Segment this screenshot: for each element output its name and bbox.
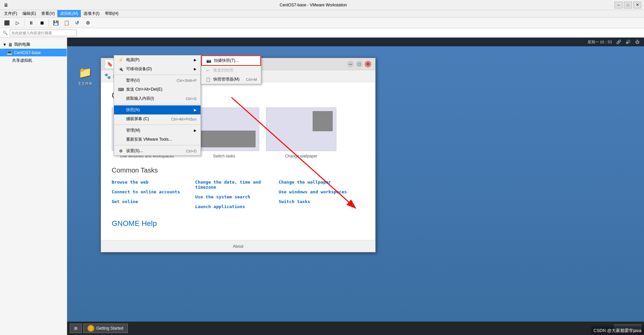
desktop-folder-icon[interactable]: 📁 主文件夹 <box>77 64 93 86</box>
toolbar-btn-5[interactable]: 💾 <box>51 19 60 27</box>
task-connect-accounts[interactable]: Connect to online accounts <box>112 189 195 194</box>
keyboard-sim <box>193 131 256 147</box>
task-browse-web[interactable]: Browse the web <box>112 180 195 185</box>
ctrl-alt-del-icon: ⌨ <box>118 87 123 92</box>
maximize-button[interactable]: □ <box>624 2 632 8</box>
snapshot-manager-btn[interactable]: 📋 快照管理器(M) Ctrl+M <box>201 75 261 84</box>
wallpaper-sim <box>313 111 333 131</box>
gnome-bookmark-btn[interactable]: 🔖 <box>105 59 114 69</box>
title-text: CentOS7-base - VMware Workstation <box>280 3 347 7</box>
dropdown-manage[interactable]: 管理(M) ▶ <box>114 126 201 135</box>
gnome-about-label[interactable]: About <box>233 244 243 249</box>
task-links: Browse the web Connect to online account… <box>112 180 365 214</box>
vm-content: 星期一 10：53 🔗 🔊 ⏻ 📁 主文件夹 🔖 🔍 ☰ Getting Sta… <box>67 38 644 335</box>
menu-edit[interactable]: 编辑(E) <box>20 10 39 17</box>
snapshot-arrow-icon: ▶ <box>194 108 197 112</box>
task-switch-tasks[interactable]: Switch tasks <box>279 199 362 204</box>
task-change-date[interactable]: Change the date, time and timezone <box>195 180 279 190</box>
snapshot-manager-label: 快照管理器(M) <box>213 77 239 82</box>
gnome-close-btn[interactable]: ✕ <box>365 61 371 67</box>
snapshot-take-label: 拍摄快照(T)... <box>214 58 238 63</box>
search-input[interactable] <box>10 30 77 36</box>
sidebar: ▼ 🖥 我的电脑 💻 CentOS7-base 共享虚拟机 <box>0 38 67 335</box>
task-col-1: Browse the web Connect to online account… <box>112 180 195 214</box>
toolbar-btn-8[interactable]: ⚙ <box>83 19 93 27</box>
volume-icon: 🔊 <box>625 39 631 45</box>
snapshot-manager-shortcut: Ctrl+M <box>246 78 257 82</box>
task-get-online[interactable]: Get online <box>112 199 195 204</box>
dropdown-power-label: 电源(P) <box>126 57 140 63</box>
sidebar-item-shared[interactable]: 共享虚拟机 <box>0 56 67 65</box>
minimize-button[interactable]: ─ <box>614 2 623 8</box>
vm-icon: 💻 <box>7 50 12 55</box>
dropdown-devices[interactable]: 🔌 可移动设备(D) ▶ <box>114 64 201 74</box>
snapshot-menu-icon <box>118 107 123 113</box>
grab-input-icon <box>118 96 123 101</box>
snapshot-restore-btn[interactable]: ↩ 恢复到快照 <box>201 66 261 75</box>
snapshot-take-btn[interactable]: 📷 拍摄快照(T)... <box>201 55 261 66</box>
toolbar-btn-6[interactable]: 📋 <box>62 19 71 27</box>
toolbar-separator <box>24 19 24 26</box>
dropdown-ctrl-alt-del[interactable]: ⌨ 发送 Ctrl+Alt+Del(E) <box>114 85 201 94</box>
dropdown-power[interactable]: ⚡ 电源(P) ▶ <box>114 55 201 64</box>
pause-menu-icon <box>118 78 123 83</box>
gnome-minimize-btn[interactable]: ─ <box>347 61 354 67</box>
folder-icon-img: 📁 <box>77 64 93 81</box>
taskbar-activities-btn[interactable]: ⊞ <box>70 324 82 333</box>
menu-view[interactable]: 查看(V) <box>39 10 57 17</box>
taskbar-app-btn[interactable]: ? Getting Started <box>83 324 128 333</box>
tree-arrow-icon: ▼ <box>3 42 7 47</box>
dropdown-capture-screen[interactable]: 捕获屏幕 (C) Ctrl+Alt+PrtScn <box>114 114 201 124</box>
menu-tab[interactable]: 选项卡(I) <box>81 10 102 17</box>
vm-taskbar: ⊞ ? Getting Started <box>67 322 644 335</box>
menu-vm[interactable]: 虚拟机(M) <box>57 10 81 17</box>
close-button[interactable]: ✕ <box>633 2 641 8</box>
gnome-maximize-btn[interactable]: □ <box>356 61 363 67</box>
snapshot-manager-icon: 📋 <box>205 77 211 82</box>
dropdown-sep-1 <box>114 75 201 75</box>
toolbar-btn-1[interactable]: ⬛ <box>2 19 11 27</box>
gnome-help-link[interactable]: GNOME Help <box>112 219 365 228</box>
toolbar-btn-2[interactable]: ▷ <box>13 19 22 27</box>
menu-file[interactable]: 文件(F) <box>1 10 20 17</box>
sidebar-item-centos[interactable]: 💻 CentOS7-base <box>0 49 67 56</box>
dropdown-snapshot[interactable]: 快照(N) ▶ <box>114 105 201 114</box>
dropdown-sep-2 <box>114 104 201 104</box>
my-computer-label: 我的电脑 <box>14 42 30 47</box>
gnome-footer: About <box>101 240 375 252</box>
toolbar-btn-3[interactable]: ⏸ <box>26 19 36 27</box>
toolbar-btn-4[interactable]: ⏹ <box>37 19 47 27</box>
search-icon: 🔍 <box>3 31 8 35</box>
manage-arrow-icon: ▶ <box>194 129 197 132</box>
dropdown-settings[interactable]: ⚙ 设置(S)... Ctrl+D <box>114 146 201 155</box>
vm-topbar: 星期一 10：53 🔗 🔊 ⏻ <box>67 38 644 46</box>
snapshot-restore-label: 恢复到快照 <box>213 67 233 73</box>
folder-icon-label: 主文件夹 <box>78 81 93 86</box>
search-bar: 🔍 <box>0 28 644 38</box>
shared-label: 共享虚拟机 <box>12 58 32 63</box>
toolbar-separator-2 <box>49 19 49 26</box>
title-bar: 🖥 CentOS7-base - VMware Workstation ─ □ … <box>0 0 644 10</box>
dropdown-pause-label: 暂停(U) <box>126 78 140 83</box>
settings-shortcut: Ctrl+D <box>186 149 197 153</box>
power-icon: ⏻ <box>635 39 640 45</box>
toolbar-btn-7[interactable]: ↺ <box>72 19 82 27</box>
computer-icon: 🖥 <box>8 42 13 47</box>
dropdown-settings-label: 设置(S)... <box>126 148 143 154</box>
dropdown-grab-input[interactable]: 抓取输入内容(I) Ctrl+G <box>114 94 201 103</box>
task-col-2: Change the date, time and timezone Use t… <box>195 180 279 214</box>
app-icon: 🖥 <box>3 2 9 8</box>
task-system-search[interactable]: Use the system search <box>195 194 279 199</box>
sidebar-my-computer[interactable]: ▼ 🖥 我的电脑 <box>0 40 67 49</box>
task-use-windows[interactable]: Use windows and workspaces <box>279 189 362 194</box>
snapshot-restore-icon: ↩ <box>205 68 211 73</box>
dropdown-sep-3 <box>114 125 201 125</box>
reinstall-menu-icon <box>118 137 123 142</box>
menu-help[interactable]: 帮助(H) <box>102 10 121 17</box>
dropdown-reinstall[interactable]: 重新安装 VMware Tools... <box>114 135 201 144</box>
dropdown-pause[interactable]: 暂停(U) Ctrl+Shift+P <box>114 76 201 85</box>
dropdown-snapshot-label: 快照(N) <box>126 107 140 113</box>
gnome-back-btn[interactable]: 🐾 <box>104 73 111 79</box>
task-launch-apps[interactable]: Launch applications <box>195 204 279 209</box>
task-change-wallpaper[interactable]: Change the wallpaper <box>279 180 362 185</box>
